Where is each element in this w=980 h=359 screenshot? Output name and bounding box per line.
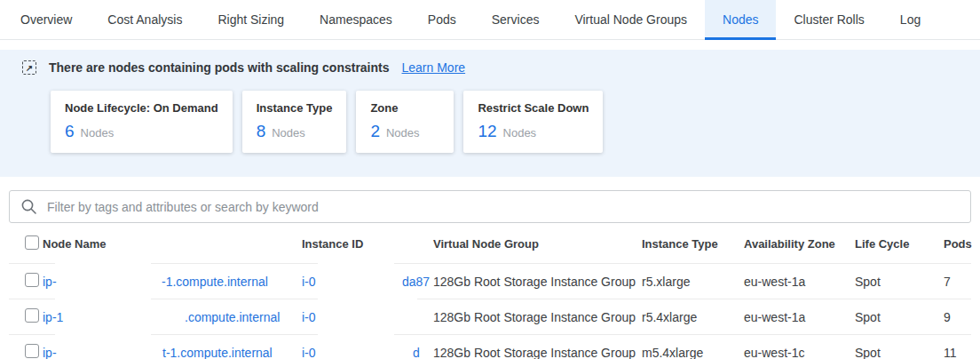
tab-overview[interactable]: Overview — [3, 0, 90, 39]
card-title: Node Lifecycle: On Demand — [65, 101, 218, 115]
column-header-instance-type: Instance Type — [642, 237, 744, 251]
card-unit: Nodes — [503, 126, 537, 140]
column-header-virtual-node-group: Virtual Node Group — [433, 237, 642, 251]
summary-card-instance-type[interactable]: Instance Type 8 Nodes — [242, 91, 347, 153]
card-count: 6 — [65, 122, 75, 141]
card-unit: Nodes — [272, 126, 305, 140]
search-icon — [20, 198, 37, 219]
tab-pods[interactable]: Pods — [410, 0, 474, 39]
pods-cell: 7 — [944, 275, 971, 289]
scale-out-icon: ↗ — [22, 60, 36, 75]
table-row: ip- -1.compute.internal i-0 da87 128Gb R… — [9, 263, 971, 299]
table-row: ip-1 .compute.internal i-0 128Gb Root St… — [9, 299, 971, 334]
pods-cell: 9 — [944, 310, 971, 324]
node-name-link[interactable]: ip- — [43, 346, 57, 359]
column-header-instance-id: Instance ID — [302, 237, 433, 251]
tab-cost-analysis[interactable]: Cost Analysis — [90, 0, 200, 39]
node-name-link[interactable]: -1.compute.internal — [162, 275, 268, 289]
instance-id-link[interactable]: d — [413, 346, 420, 359]
life-cycle-cell: Spot — [855, 346, 944, 359]
virtual-node-group-cell: 128Gb Root Storage Instance Group — [433, 310, 642, 324]
card-count: 8 — [257, 122, 266, 141]
table-row: ip- t-1.compute.internal i-0 d 128Gb Roo… — [9, 334, 971, 359]
instance-type-cell: m5.4xlarge — [642, 346, 744, 359]
row-checkbox[interactable] — [25, 273, 39, 287]
availability-zone-cell: eu-west-1a — [744, 310, 855, 324]
tab-virtual-node-groups[interactable]: Virtual Node Groups — [557, 0, 705, 39]
node-name-link[interactable]: ip-1 — [43, 310, 63, 324]
instance-id-link[interactable]: i-0 — [302, 310, 316, 324]
table-header-row: Node Name Instance ID Virtual Node Group… — [9, 225, 971, 263]
node-name-link[interactable]: ip- — [43, 275, 57, 289]
life-cycle-cell: Spot — [855, 310, 944, 324]
nodes-page: Overview Cost Analysis Right Sizing Name… — [0, 0, 980, 359]
node-name-link[interactable]: .compute.internal — [185, 310, 280, 324]
summary-card-restrict-scale-down[interactable]: Restrict Scale Down 12 Nodes — [463, 91, 603, 153]
availability-zone-cell: eu-west-1a — [744, 275, 855, 289]
card-unit: Nodes — [386, 126, 420, 140]
instance-type-cell: r5.4xlarge — [642, 310, 744, 324]
tab-services[interactable]: Services — [474, 0, 557, 39]
constraint-summary-cards: Node Lifecycle: On Demand 6 Nodes Instan… — [13, 91, 967, 153]
column-header-life-cycle: Life Cycle — [855, 237, 944, 251]
summary-card-node-lifecycle[interactable]: Node Lifecycle: On Demand 6 Nodes — [51, 91, 233, 153]
filter-input[interactable] — [9, 190, 971, 223]
card-count: 12 — [478, 122, 496, 141]
tab-right-sizing[interactable]: Right Sizing — [200, 0, 302, 39]
card-unit: Nodes — [81, 126, 115, 140]
card-title: Restrict Scale Down — [478, 101, 589, 115]
summary-card-zone[interactable]: Zone 2 Nodes — [356, 91, 454, 153]
availability-zone-cell: eu-west-1c — [744, 346, 855, 359]
column-header-availability-zone: Availability Zone — [744, 237, 855, 251]
instance-id-link[interactable]: i-0 — [302, 346, 316, 359]
tab-nodes[interactable]: Nodes — [705, 0, 776, 39]
learn-more-link[interactable]: Learn More — [402, 60, 466, 75]
pods-cell: 11 — [944, 346, 971, 359]
scaling-constraints-banner: ↗ There are nodes containing pods with s… — [0, 50, 980, 177]
card-title: Instance Type — [257, 101, 333, 115]
select-all-checkbox[interactable] — [25, 235, 39, 250]
instance-id-link[interactable]: da87 — [402, 275, 430, 289]
instance-id-link[interactable]: i-0 — [302, 275, 316, 289]
filter-bar — [9, 190, 971, 223]
life-cycle-cell: Spot — [855, 275, 944, 289]
banner-message: There are nodes containing pods with sca… — [49, 60, 390, 75]
tab-cluster-rolls[interactable]: Cluster Rolls — [776, 0, 881, 39]
tab-bar: Overview Cost Analysis Right Sizing Name… — [0, 0, 980, 40]
tab-namespaces[interactable]: Namespaces — [302, 0, 410, 39]
virtual-node-group-cell: 128Gb Root Storage Instance Group — [433, 275, 642, 289]
card-count: 2 — [370, 122, 380, 141]
row-checkbox[interactable] — [25, 308, 39, 323]
node-name-link[interactable]: t-1.compute.internal — [162, 346, 273, 359]
tab-log[interactable]: Log — [882, 0, 938, 39]
card-title: Zone — [370, 101, 439, 115]
column-header-pods: Pods — [944, 237, 972, 251]
instance-type-cell: r5.xlarge — [642, 275, 744, 289]
row-checkbox[interactable] — [25, 344, 39, 358]
column-header-node-name: Node Name — [43, 237, 302, 251]
nodes-table: Node Name Instance ID Virtual Node Group… — [9, 225, 971, 359]
virtual-node-group-cell: 128Gb Root Storage Instance Group — [433, 346, 642, 359]
